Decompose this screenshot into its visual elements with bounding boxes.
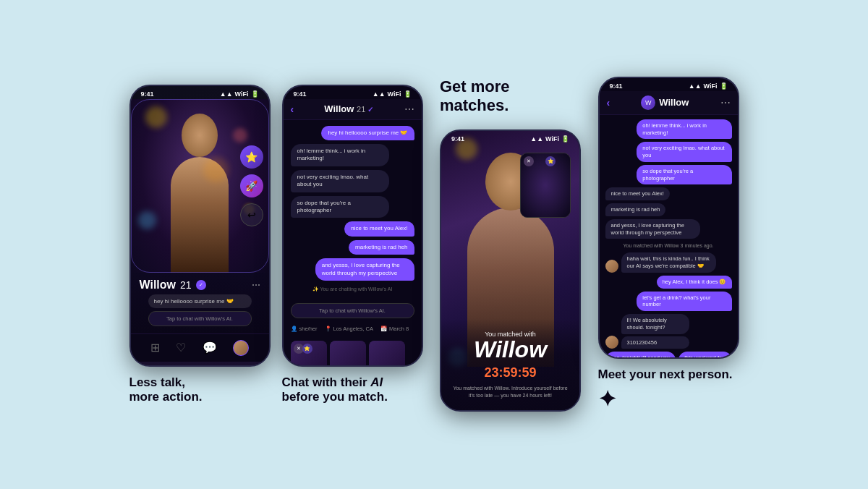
profile-nav-avatar[interactable]: [233, 340, 249, 356]
rewind-button[interactable]: ↩: [240, 203, 263, 226]
profile-info: Willow 21 ✓ ⋯ hey hi helloooo surprise m…: [131, 273, 269, 333]
messages-area-2: hey hi helloooo surprise me 🤝 oh! lemme …: [284, 120, 422, 300]
messages-area-4[interactable]: oh! lemme think... i work in marketing! …: [600, 115, 738, 359]
battery-icon-2: 🔋: [404, 90, 412, 98]
profile-image-1: ⭐ 🚀 ↩: [131, 99, 269, 273]
signal-icon-2: ▲▲: [373, 90, 386, 98]
caption-4-text: Meet your next person.: [598, 367, 733, 382]
mini-x-btn[interactable]: ✕: [524, 156, 534, 166]
status-bar-4: 9:41 ▲▲ WiFi 🔋: [600, 78, 738, 91]
msg4-12: yes, tonight! i'll send you a text in a …: [605, 352, 676, 359]
match-sub-text: You matched with Willow. Introduce yours…: [453, 385, 568, 399]
pronouns-info: 👤 she/her: [291, 326, 318, 332]
caption-2-line1: Chat with their AI: [282, 375, 423, 390]
date-text: March 8: [389, 326, 409, 332]
chat-header-2: ‹ Willow 21 ✓ ⋯: [284, 99, 422, 120]
wifi-icon-1: WiFi: [235, 90, 249, 98]
message-6: marketing is rad heh: [349, 240, 414, 255]
bokeh-light-1: [145, 106, 167, 128]
mini-photo-1: ✕ ⭐: [291, 341, 327, 367]
status-bar-1: 9:41 ▲▲ WiFi 🔋: [131, 86, 269, 99]
heart-nav-icon[interactable]: ♡: [176, 341, 186, 354]
cards-nav-icon[interactable]: ⊞: [150, 341, 160, 354]
panel-1: 9:41 ▲▲ WiFi 🔋 ⭐ 🚀 ↩: [129, 85, 271, 405]
star-overlay-1[interactable]: ⭐: [302, 344, 312, 354]
phone-1: 9:41 ▲▲ WiFi 🔋 ⭐ 🚀 ↩: [129, 85, 271, 367]
more-button-4[interactable]: ⋯: [720, 97, 731, 109]
signal-icon-4: ▲▲: [689, 82, 702, 90]
msg4-3: so dope that you're a photographer: [637, 165, 731, 185]
back-button-4[interactable]: ‹: [607, 97, 610, 109]
chat-header-4: ‹ W Willow ⋯: [600, 91, 738, 115]
status-bar-2: 9:41 ▲▲ WiFi 🔋: [284, 86, 422, 99]
chat-avatar-4: W: [641, 95, 655, 110]
two-col-msgs: yes, tonight! i'll send you a text in a …: [605, 352, 732, 359]
panel-2: 9:41 ▲▲ WiFi 🔋 ‹ Willow 21 ✓ ⋯ hey hi he…: [282, 85, 423, 405]
willow-avatar-2: [605, 336, 618, 349]
mini-phone-inner: ✕ ⭐: [521, 153, 570, 217]
mini-images-2: ✕ ⭐: [284, 336, 422, 367]
star-button[interactable]: ⭐: [240, 145, 263, 169]
tap-chat-1[interactable]: Tap to chat with Willow's AI.: [148, 311, 252, 326]
caption-line-2: more action.: [129, 390, 271, 404]
msg4-10: I!! We absolutely should. tonight?: [621, 314, 690, 334]
phone-2: 9:41 ▲▲ WiFi 🔋 ‹ Willow 21 ✓ ⋯ hey hi he…: [282, 85, 423, 367]
chat-name-2: Willow 21 ✓: [299, 103, 398, 114]
date-info: 📅 March 8: [380, 326, 409, 332]
pronouns-text: she/her: [299, 326, 318, 332]
back-button-2[interactable]: ‹: [291, 103, 294, 115]
status-time-4: 9:41: [610, 82, 623, 90]
chat-preview: hey hi helloooo surprise me 🤝: [148, 294, 252, 308]
message-5: nice to meet you Alex!: [344, 221, 414, 236]
message-3: not very exciting lmao. what about you: [291, 170, 390, 192]
tap-chat-2[interactable]: Tap to chat with Willow's AI.: [291, 303, 414, 318]
battery-icon-4: 🔋: [720, 82, 728, 90]
msg4-11: 3101230456: [621, 336, 690, 349]
status-time-2: 9:41: [294, 90, 307, 98]
message-2: oh! lemme think... i work in marketing!: [291, 144, 390, 166]
msg4-4: nice to meet you Alex!: [605, 187, 670, 200]
pronouns-icon: 👤: [291, 326, 297, 332]
chat-nav-icon[interactable]: 💬: [203, 341, 217, 354]
more-options[interactable]: ⋯: [252, 280, 260, 290]
get-more-matches-text: Get more matches.: [440, 77, 581, 116]
panel-4: 9:41 ▲▲ WiFi 🔋 ‹ W Willow ⋯ oh! lemme th…: [598, 77, 739, 412]
msg4-13: this weekend for places, and something u…: [678, 352, 731, 359]
bottom-nav-1: ⊞ ♡ 💬: [131, 333, 269, 362]
bokeh-light-5: [203, 157, 229, 182]
profile-name-row: Willow 21 ✓ ⋯: [140, 278, 260, 292]
signal-icon-1: ▲▲: [220, 90, 233, 98]
verified-badge: ✓: [196, 280, 206, 290]
msg4-5: marketing is rad heh: [605, 203, 666, 216]
matched-name: Willow: [453, 338, 568, 361]
chat-name-4: Willow: [659, 97, 689, 108]
wifi-icon-4: WiFi: [704, 82, 718, 90]
boost-button[interactable]: 🚀: [240, 174, 263, 197]
caption-2-line2: before you match.: [282, 390, 423, 404]
mini-photo-2: [330, 341, 366, 367]
location-text: Los Angeles, CA: [333, 326, 373, 332]
msg4-9: let's get a drink? what's your number: [637, 292, 731, 312]
match-notification: You matched with Willow 3 minutes ago.: [605, 242, 732, 250]
msg4-1: oh! lemme think... i work in marketing!: [637, 119, 731, 140]
bokeh-light-3: [138, 211, 156, 229]
mini-photo-3: [369, 341, 405, 367]
msg4-7: haha wait, this is kinda fun.. I think o…: [621, 252, 716, 273]
location-info: 📍 Los Angeles, CA: [325, 326, 373, 332]
signal-icon-3: ▲▲: [530, 135, 543, 143]
profile-name: Willow: [140, 278, 176, 292]
status-time-3: 9:41: [451, 135, 464, 143]
msg4-2: not very exciting lmao. what about you: [637, 142, 731, 162]
location-icon: 📍: [325, 326, 331, 332]
mini-phone-overlay: ✕ ⭐: [520, 153, 571, 218]
action-buttons-1: ⭐ 🚀 ↩: [240, 145, 263, 226]
mini-star-btn[interactable]: ⭐: [545, 156, 556, 166]
profile-age: 21: [180, 279, 192, 291]
chat-name-text: Willow: [324, 103, 354, 114]
willow-avatar: [605, 260, 618, 273]
match-timer: 23:59:59: [453, 365, 568, 380]
panel-3-caption-top: Get more matches.: [440, 77, 581, 116]
phone-4: 9:41 ▲▲ WiFi 🔋 ‹ W Willow ⋯ oh! lemme th…: [598, 77, 739, 359]
more-button-2[interactable]: ⋯: [404, 103, 414, 115]
battery-icon-1: 🔋: [251, 90, 259, 98]
